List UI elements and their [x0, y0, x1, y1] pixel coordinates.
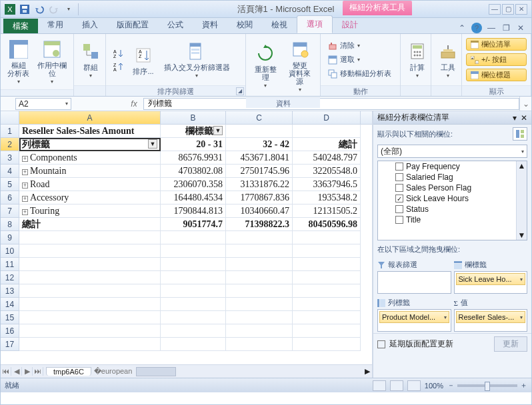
tab-data[interactable]: 資料 [193, 17, 227, 33]
insert-slicer-button[interactable]: 插入交叉分析篩選器▾ [159, 39, 234, 81]
cell[interactable] [161, 244, 226, 258]
sort-button[interactable]: AZ排序... [130, 43, 157, 77]
row-header[interactable]: 10 [1, 244, 19, 258]
row-header[interactable]: 9 [1, 231, 19, 244]
row-header[interactable]: 15 [1, 311, 19, 324]
cell[interactable]: 20 - 31 [161, 138, 226, 151]
cell[interactable] [161, 298, 226, 311]
expand-icon[interactable]: + [22, 169, 28, 175]
row-header[interactable]: 6 [1, 191, 19, 204]
minimize-ribbon-button[interactable]: ⌃ [457, 23, 467, 33]
help-button[interactable]: ? [471, 23, 482, 33]
cell[interactable]: 1790844.813 [161, 204, 226, 218]
related-select[interactable]: (全部)▾ [377, 145, 527, 158]
calc-button[interactable]: 計算▾ [405, 39, 430, 81]
view-normal-button[interactable] [373, 380, 386, 391]
cell[interactable]: +Mountain [19, 165, 161, 178]
cell[interactable]: 71398822.3 [226, 218, 293, 231]
move-pivot-button[interactable]: 移動樞紐分析表 [325, 67, 395, 80]
name-box[interactable]: A2▾ [15, 98, 71, 110]
sheet-nav-next[interactable]: ▶ [22, 367, 33, 376]
cell[interactable] [226, 298, 293, 311]
expand-formula-bar[interactable]: ⌄ [519, 97, 531, 111]
field-item[interactable]: Sales Person Flag [378, 183, 527, 193]
row-header[interactable]: 12 [1, 271, 19, 284]
expand-icon[interactable]: + [22, 196, 28, 202]
col-header-D[interactable]: D [293, 111, 361, 124]
group-button[interactable]: 群組▾ [78, 39, 103, 81]
zoom-level[interactable]: 100% [425, 382, 443, 390]
cell[interactable]: 總計 [19, 218, 161, 231]
field-item[interactable]: Salaried Flag [378, 172, 527, 183]
tab-file[interactable]: 檔案 [3, 19, 38, 33]
filter-dropdown[interactable]: ▼ [148, 139, 157, 149]
cell[interactable] [293, 258, 361, 271]
tools-button[interactable]: 工具▾ [435, 39, 461, 81]
pane-dropdown[interactable]: ▾ [513, 113, 517, 123]
update-button[interactable]: 更新 [494, 336, 527, 352]
clear-button[interactable]: 清除▾ [325, 39, 395, 52]
cell[interactable] [19, 311, 161, 324]
minimize-button[interactable]: — [489, 4, 501, 15]
cell[interactable]: 453671.8041 [226, 151, 293, 165]
cell[interactable]: 列標籤▼ [19, 138, 161, 151]
cell[interactable]: 10340660.47 [226, 204, 293, 218]
formula-input[interactable]: 列標籤 [143, 98, 519, 110]
cell[interactable] [19, 244, 161, 258]
sheet-nav-last[interactable]: ⏭ [33, 367, 43, 376]
save-button[interactable] [18, 3, 31, 16]
cell[interactable] [226, 338, 293, 351]
excel-icon[interactable]: X [3, 3, 17, 16]
area-report-filter[interactable]: 報表篩選 [377, 258, 451, 294]
field-checkbox[interactable] [395, 216, 403, 224]
area-row-labels[interactable]: 列標籤 Product Model...▾ [377, 296, 451, 332]
cell[interactable]: 4703802.08 [161, 165, 226, 178]
cell[interactable]: +Accessory [19, 191, 161, 204]
cell[interactable] [161, 311, 226, 324]
row-header[interactable]: 11 [1, 258, 19, 271]
cell[interactable]: +Road [19, 178, 161, 191]
view-layout-button[interactable] [390, 380, 403, 391]
field-item[interactable]: ✓Sick Leave Hours [378, 193, 527, 204]
cell[interactable]: 2306070.358 [161, 178, 226, 191]
cell[interactable] [19, 338, 161, 351]
cell[interactable] [19, 258, 161, 271]
cell[interactable] [226, 125, 293, 138]
zoom-in-button[interactable]: ＋ [520, 380, 527, 390]
cell[interactable]: 32 - 42 [226, 138, 293, 151]
tab-design[interactable]: 設計 [333, 17, 367, 33]
field-checkbox[interactable] [395, 205, 403, 213]
cell[interactable]: 86576.9931 [161, 151, 226, 165]
area-values[interactable]: Σ值 Reseller Sales-...▾ [454, 296, 528, 332]
tab-layout[interactable]: 版面配置 [107, 17, 158, 33]
fx-icon[interactable]: fx [125, 99, 143, 109]
field-checkbox[interactable] [395, 173, 403, 181]
undo-button[interactable] [33, 3, 46, 16]
select-button[interactable]: 選取▾ [325, 53, 395, 66]
plusminus-toggle[interactable]: +-+/- 按鈕 [466, 53, 527, 66]
close-button[interactable]: ✕ [515, 4, 527, 15]
doc-close-button[interactable]: ✕ [515, 23, 526, 33]
expand-icon[interactable]: + [22, 183, 28, 189]
field-item[interactable]: Title [378, 214, 527, 225]
cell[interactable] [19, 231, 161, 244]
redo-button[interactable] [47, 3, 61, 16]
field-item[interactable]: Pay Frequency [378, 161, 527, 172]
expand-icon[interactable]: + [22, 209, 28, 215]
change-source-button[interactable]: 變更 資料來源▾ [284, 37, 316, 95]
tab-view[interactable]: 檢視 [262, 17, 297, 33]
field-checkbox[interactable] [395, 184, 403, 192]
value-area-item[interactable]: Reseller Sales-...▾ [456, 311, 526, 323]
new-sheet-button[interactable]: �european [94, 367, 133, 376]
sheet-nav-prev[interactable]: ◀ [11, 367, 22, 376]
qat-customize[interactable]: ▾ [62, 3, 75, 16]
cell[interactable] [161, 284, 226, 298]
area-column-labels[interactable]: 欄標籤 Sick Leave Ho...▾ [454, 258, 528, 294]
select-all-corner[interactable] [1, 111, 19, 124]
cell[interactable]: 33637946.5 [293, 178, 361, 191]
tab-review[interactable]: 校閱 [227, 17, 262, 33]
cell[interactable] [226, 284, 293, 298]
cell[interactable]: 總計 [293, 138, 361, 151]
row-header[interactable]: 1 [1, 125, 19, 138]
row-header[interactable]: 5 [1, 178, 19, 191]
